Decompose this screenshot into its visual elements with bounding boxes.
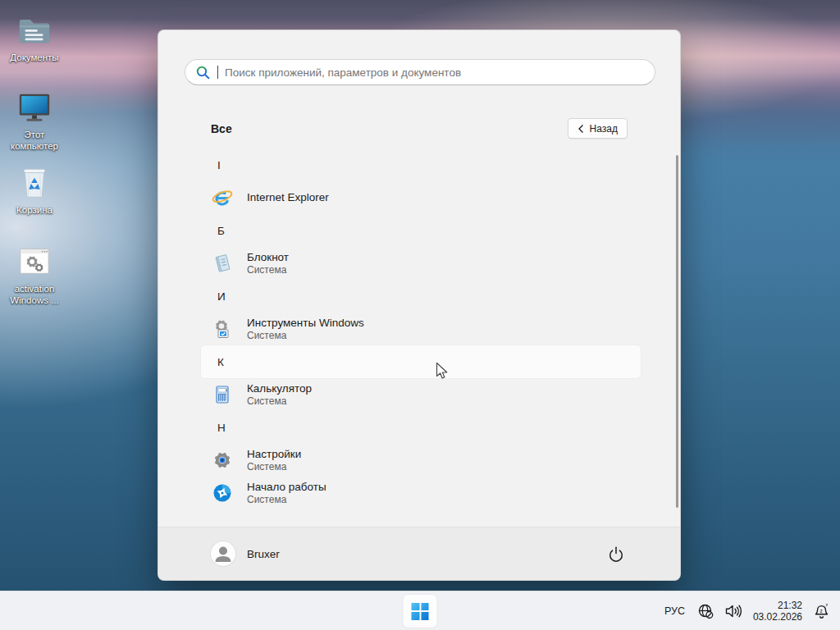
globe-no-internet-icon[interactable] — [696, 602, 715, 620]
search-placeholder: Поиск приложений, параметров и документо… — [225, 66, 461, 79]
section-letter-row[interactable]: Б — [201, 214, 641, 247]
all-apps-title: Все — [211, 122, 232, 135]
start-menu-footer: Bruxer — [158, 527, 680, 580]
app-name: Настройки — [247, 448, 301, 461]
desktop-wallpaper: Документы Этот компьютер Корзина — [0, 0, 840, 630]
app-subtitle: Система — [247, 330, 364, 342]
activation-windows-icon — [16, 243, 53, 281]
svg-text:z: z — [820, 608, 823, 614]
chevron-left-icon — [578, 124, 584, 134]
this-pc-icon — [16, 89, 53, 126]
back-button[interactable]: Назад — [568, 118, 628, 139]
desktop-icon-activation-windows[interactable]: activation Windows ... — [0, 243, 69, 307]
text-caret — [217, 66, 218, 79]
windows-logo-icon — [412, 603, 429, 620]
clock-date: 03.02.2026 — [753, 611, 802, 623]
internet-explorer-icon — [211, 186, 234, 209]
user-profile-button[interactable]: Bruxer — [211, 541, 280, 566]
app-name: Блокнот — [247, 251, 289, 264]
desktop-icon-label: Этот компьютер — [2, 129, 67, 153]
person-icon — [211, 541, 235, 566]
all-apps-header: Все Назад — [211, 118, 628, 139]
app-name: Инструменты Windows — [247, 317, 364, 330]
notepad-icon — [211, 252, 234, 275]
app-row-internet-explorer[interactable]: Internet Explorer — [201, 181, 641, 214]
app-name: Калькулятор — [247, 382, 312, 395]
app-subtitle: Система — [247, 264, 289, 276]
desktop-icon-label: Корзина — [16, 204, 52, 216]
app-row-windows-tools[interactable]: Инструменты Windows Система — [201, 313, 641, 345]
app-row-settings[interactable]: Настройки Система — [201, 444, 641, 477]
app-name: Начало работы — [247, 481, 326, 494]
get-started-icon — [211, 482, 234, 504]
section-letter-row[interactable]: И — [201, 280, 641, 313]
desktop-icon-label: Документы — [10, 52, 58, 63]
section-letter: I — [217, 159, 221, 171]
recycle-bin-icon — [16, 164, 53, 202]
calculator-icon: 0 — [211, 383, 234, 406]
section-letter-row[interactable]: Н — [201, 411, 641, 444]
documents-folder-icon — [16, 11, 53, 49]
desktop-icon-this-pc[interactable]: Этот компьютер — [0, 89, 69, 153]
app-row-notepad[interactable]: Блокнот Система — [201, 247, 641, 280]
volume-icon[interactable] — [724, 603, 743, 619]
section-letter: Н — [217, 422, 226, 434]
clock-time: 21:32 — [753, 600, 802, 611]
app-list: I Internet Explorer Б Блокнот Система И — [201, 148, 641, 509]
search-input[interactable]: Поиск приложений, параметров и документо… — [185, 59, 655, 85]
user-name: Bruxer — [247, 548, 280, 560]
section-letter: И — [217, 290, 226, 303]
section-letter-row[interactable]: К — [201, 345, 641, 378]
back-button-label: Назад — [590, 123, 618, 135]
search-icon — [195, 65, 211, 80]
start-button[interactable] — [404, 595, 437, 628]
desktop-icon-documents-folder[interactable]: Документы — [0, 11, 69, 63]
clock[interactable]: 21:32 03.02.2026 — [751, 600, 804, 623]
language-indicator[interactable]: РУС — [661, 605, 688, 617]
desktop-icon-recycle-bin[interactable]: Корзина — [0, 164, 69, 216]
power-icon — [608, 546, 624, 562]
app-subtitle: Система — [247, 461, 301, 473]
system-tray: РУС 21:32 03.02.2026 — [661, 591, 832, 630]
desktop-icon-label: activation Windows ... — [2, 283, 67, 307]
app-subtitle: Система — [247, 494, 326, 506]
taskbar: РУС 21:32 03.02.2026 — [0, 591, 840, 630]
section-letter-row[interactable]: I — [201, 148, 641, 181]
app-name: Internet Explorer — [247, 191, 329, 204]
settings-icon — [211, 449, 234, 472]
start-menu-panel: Поиск приложений, параметров и документо… — [158, 30, 681, 581]
windows-tools-icon — [211, 317, 234, 340]
section-letter: К — [217, 356, 224, 368]
app-row-get-started[interactable]: Начало работы Система — [201, 477, 641, 509]
svg-text:z: z — [826, 602, 829, 607]
app-row-calculator[interactable]: 0 Калькулятор Система — [201, 378, 641, 411]
power-button[interactable] — [605, 542, 628, 565]
section-letter: Б — [217, 225, 225, 237]
app-subtitle: Система — [247, 395, 312, 408]
notification-dnd-icon[interactable]: z z — [812, 602, 832, 620]
scrollbar[interactable] — [676, 155, 678, 508]
